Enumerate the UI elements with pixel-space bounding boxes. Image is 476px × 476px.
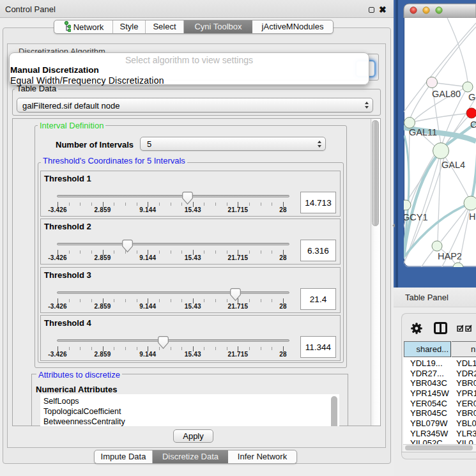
svg-text:G: G: [468, 92, 475, 102]
svg-text:GAL4: GAL4: [441, 160, 465, 170]
svg-text:GAL80: GAL80: [432, 89, 461, 99]
svg-text:GCY1: GCY1: [403, 212, 428, 222]
svg-text:GAL11: GAL11: [409, 127, 437, 137]
svg-text:HAP2: HAP2: [438, 251, 462, 261]
svg-text:H: H: [469, 211, 475, 222]
svg-text:C: C: [470, 119, 476, 130]
